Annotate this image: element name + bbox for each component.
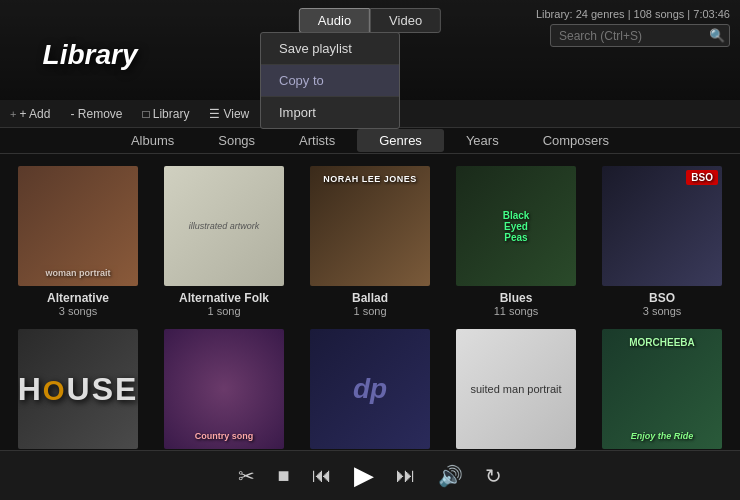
play-button[interactable]: ▶ <box>354 460 374 491</box>
genre-cover-dance: dp <box>310 329 430 449</box>
main-content: woman portrait Alternative 3 songs illus… <box>0 154 740 450</box>
tab-albums[interactable]: Albums <box>109 129 196 152</box>
genre-item-country[interactable]: Country song Country 1 song <box>154 329 294 450</box>
tab-genres[interactable]: Genres <box>357 129 444 152</box>
shuffle-button[interactable]: ✂ <box>238 464 255 488</box>
search-input[interactable] <box>559 29 709 43</box>
genre-cover-blues: BlackEyedPeas <box>456 166 576 286</box>
genre-name-blues: Blues <box>500 291 533 305</box>
menu-copy-to[interactable]: Copy to <box>261 65 399 97</box>
genre-count-bso: 3 songs <box>643 305 682 317</box>
next-button[interactable]: ⏭ <box>396 464 416 487</box>
audio-tab[interactable]: Audio <box>299 8 370 33</box>
genre-tab-bar: Albums Songs Artists Genres Years Compos… <box>0 128 740 154</box>
genre-cover-alternative: woman portrait <box>18 166 138 286</box>
genre-grid: woman portrait Alternative 3 songs illus… <box>8 166 732 450</box>
genre-item-electronica[interactable]: MORCHEEBA Enjoy the Ride Electronica 2 s… <box>592 329 732 450</box>
genre-count-alternative: 3 songs <box>59 305 98 317</box>
video-tab[interactable]: Video <box>370 8 441 33</box>
genre-item-dance[interactable]: dp Dance 2 songs <box>300 329 440 450</box>
genre-name-bso: BSO <box>649 291 675 305</box>
genre-cover-alt-folk: illustrated artwork <box>164 166 284 286</box>
genre-item-bso[interactable]: BSO BSO 3 songs <box>592 166 732 317</box>
search-box[interactable]: 🔍 <box>550 24 730 47</box>
library-logo: Library <box>10 10 170 100</box>
library-title: Library <box>43 39 138 71</box>
stop-button[interactable]: ■ <box>277 464 289 487</box>
menu-import[interactable]: Import <box>261 97 399 128</box>
search-icon: 🔍 <box>709 28 725 43</box>
view-icon: ☰ <box>209 107 220 121</box>
genre-item-easy-listening[interactable]: suited man portrait Easy Listening 2 son… <box>446 329 586 450</box>
genre-name-ballad: Ballad <box>352 291 388 305</box>
context-menu: Save playlist Copy to Import <box>260 32 400 129</box>
tab-years[interactable]: Years <box>444 129 521 152</box>
genre-item-blues[interactable]: BlackEyedPeas Blues 11 songs <box>446 166 586 317</box>
genre-count-alt-folk: 1 song <box>207 305 240 317</box>
top-right-panel: Library: 24 genres | 108 songs | 7:03:46… <box>536 8 730 47</box>
genre-cover-classic-rock: HOUSE <box>18 329 138 449</box>
tab-songs[interactable]: Songs <box>196 129 277 152</box>
volume-button[interactable]: 🔊 <box>438 464 463 488</box>
genre-cover-electronica: MORCHEEBA Enjoy the Ride <box>602 329 722 449</box>
genre-name-alt-folk: Alternative Folk <box>179 291 269 305</box>
av-tab-group: Audio Video <box>299 8 441 33</box>
playback-bar: ✂ ■ ⏮ ▶ ⏭ 🔊 ↻ <box>0 450 740 500</box>
view-button[interactable]: ☰ View <box>209 107 249 121</box>
genre-cover-ballad: NORAH LEE JONES <box>310 166 430 286</box>
genre-count-ballad: 1 song <box>353 305 386 317</box>
genre-cover-country: Country song <box>164 329 284 449</box>
add-icon: + <box>10 108 16 120</box>
add-button[interactable]: + + Add <box>10 107 50 121</box>
genre-item-ballad[interactable]: NORAH LEE JONES Ballad 1 song <box>300 166 440 317</box>
library-info: Library: 24 genres | 108 songs | 7:03:46 <box>536 8 730 20</box>
tab-artists[interactable]: Artists <box>277 129 357 152</box>
tab-composers[interactable]: Composers <box>521 129 631 152</box>
remove-button[interactable]: - Remove <box>70 107 122 121</box>
library-icon: □ <box>142 107 149 121</box>
library-button[interactable]: □ Library <box>142 107 189 121</box>
genre-item-alternative[interactable]: woman portrait Alternative 3 songs <box>8 166 148 317</box>
prev-button[interactable]: ⏮ <box>312 464 332 487</box>
genre-item-alt-folk[interactable]: illustrated artwork Alternative Folk 1 s… <box>154 166 294 317</box>
genre-cover-easy-listening: suited man portrait <box>456 329 576 449</box>
repeat-button[interactable]: ↻ <box>485 464 502 488</box>
genre-item-classic-rock[interactable]: HOUSE Classic Rock 3 songs <box>8 329 148 450</box>
genre-count-blues: 11 songs <box>494 305 539 317</box>
menu-save-playlist[interactable]: Save playlist <box>261 33 399 65</box>
genre-name-alternative: Alternative <box>47 291 109 305</box>
genre-cover-bso: BSO <box>602 166 722 286</box>
